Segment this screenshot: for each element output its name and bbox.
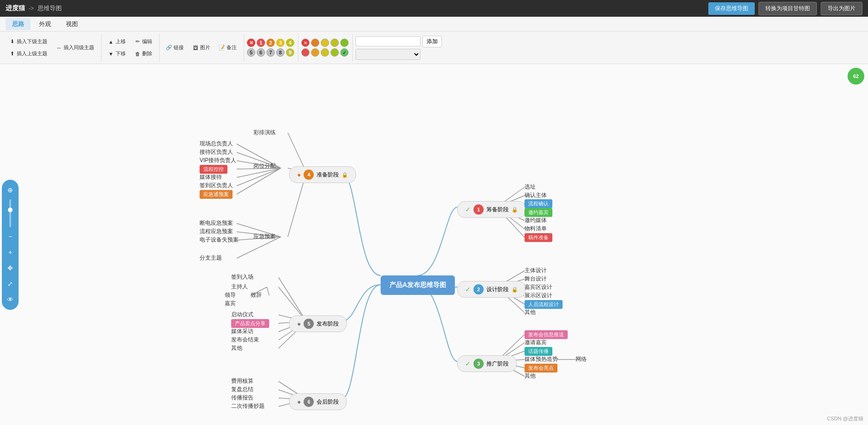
leaf-xuanzhi[interactable]: 选址 xyxy=(525,183,536,191)
leaf-duandianying[interactable]: 断电应急预案 xyxy=(200,219,233,227)
leaf-yaoymeiti[interactable]: 邀约媒体 xyxy=(525,216,547,224)
priority-1-button[interactable]: 1 xyxy=(257,39,265,47)
status-orange-button[interactable] xyxy=(311,39,319,47)
status-yellow-button[interactable] xyxy=(321,39,329,47)
move-down-button[interactable]: ▼ 下移 xyxy=(104,48,129,59)
status-lightgreen-button[interactable] xyxy=(340,39,349,47)
priority-5-button[interactable]: 5 xyxy=(247,48,255,57)
leaf-fabuhui-xinxi[interactable]: 发布会信息推送 xyxy=(525,330,568,339)
leaf-chuanbo[interactable]: 传播报告 xyxy=(231,394,253,402)
priority-9-button[interactable]: 9 xyxy=(286,48,294,57)
insert-child-button[interactable]: ⬇ 插入下级主题 xyxy=(6,36,51,47)
leaf-vipfuzeren[interactable]: VIP接待负责人 xyxy=(200,157,236,164)
leaf-yaoyjiabin[interactable]: 邀约嘉宾 xyxy=(525,208,552,217)
delete-button[interactable]: 🗑 删除 xyxy=(131,48,155,59)
eye-button[interactable]: 👁 xyxy=(4,293,17,306)
leaf-qiandao[interactable]: 签到入场 xyxy=(231,273,253,281)
move-up-button[interactable]: ▲ 上移 xyxy=(104,36,129,47)
leaf-zhanshiqusheji[interactable]: 展示区设计 xyxy=(525,292,552,300)
zoom-slider[interactable] xyxy=(9,199,11,227)
priority-2-button[interactable]: 2 xyxy=(266,39,275,47)
note-button[interactable]: 📝 备注 xyxy=(215,42,240,53)
zoom-out-button[interactable]: − xyxy=(4,230,17,243)
priority-8-button[interactable]: 8 xyxy=(276,48,285,57)
leaf-fabuhui-liangdian[interactable]: 发布会亮点 xyxy=(525,364,557,373)
mindmap-canvas[interactable]: 产品A发布思维导图 ✓ 1 筹备阶段 🔒 选址 确认主体 流程确认 邀约嘉宾 邀… xyxy=(0,64,868,425)
edit-button[interactable]: ✏ 编辑 xyxy=(131,36,155,47)
leaf-feiyong[interactable]: 费用核算 xyxy=(231,377,253,385)
leaf-caipaiyanliain[interactable]: 彩排演练 xyxy=(253,129,276,137)
status-yellow2-button[interactable] xyxy=(330,39,339,47)
leaf-querenzhuti[interactable]: 确认主体 xyxy=(525,191,547,199)
status-check-button[interactable]: ✓ xyxy=(340,48,349,57)
move-button[interactable]: ⤢ xyxy=(4,277,17,290)
priority-7-button[interactable]: 7 xyxy=(266,48,275,57)
convert-gantt-button[interactable]: 转换为项目甘特图 xyxy=(758,2,817,15)
stage-zhunbei-node[interactable]: ● 4 准备阶段 🔒 xyxy=(289,166,356,183)
export-image-button[interactable]: 导出为图片 xyxy=(821,2,862,15)
search-input[interactable] xyxy=(356,36,421,46)
leaf-yingjiyan[interactable]: 应急预案 xyxy=(253,233,276,241)
stage-fabu-node[interactable]: ● 5 发布阶段 xyxy=(289,315,347,332)
leaf-yaoqingjiabin[interactable]: 邀请嘉宾 xyxy=(525,339,547,347)
insert-parent-button[interactable]: ⬆ 插入上级主题 xyxy=(6,48,51,59)
leaf-meitiyure[interactable]: 媒体预热造势 xyxy=(525,355,558,363)
leaf-meiticai[interactable]: 媒体采访 xyxy=(231,327,253,335)
leaf-jiabinqusheji[interactable]: 嘉宾区设计 xyxy=(525,283,552,291)
leaf-wanglu[interactable]: 网络 xyxy=(576,355,587,363)
tab-shitu[interactable]: 视图 xyxy=(59,18,84,30)
priority-4-button[interactable]: 4 xyxy=(286,39,294,47)
leaf-yingjitongyan[interactable]: 应急通预案 xyxy=(200,190,233,199)
save-mindmap-button[interactable]: 保存思维导图 xyxy=(708,2,755,15)
insert-same-button[interactable]: ↔ 插入同级主题 xyxy=(52,42,97,53)
priority-6-button[interactable]: 6 xyxy=(257,48,265,57)
link-button[interactable]: 🔗 链接 xyxy=(162,42,187,53)
leaf-wutaisheji[interactable]: 舞台设计 xyxy=(525,275,547,283)
leaf-erci[interactable]: 二次传播炒题 xyxy=(231,402,265,410)
tag-dropdown[interactable] xyxy=(356,49,421,60)
leaf-dianzishebei[interactable]: 电子设备失预案 xyxy=(200,236,239,244)
stage-sheji-node[interactable]: ✓ 2 设计阶段 🔒 xyxy=(457,281,526,298)
status-red-button[interactable] xyxy=(301,48,310,57)
leaf-jiedaifuzeren[interactable]: 接待区负责人 xyxy=(200,148,233,156)
leaf-qidongym[interactable]: 启动仪式 xyxy=(231,311,253,319)
leaf-zhuchiren[interactable]: 主持人 xyxy=(231,283,248,291)
leaf-gangweifen[interactable]: 岗位分配 xyxy=(253,162,276,170)
leaf-qita2[interactable]: 其他 xyxy=(525,308,536,316)
priority-x-button[interactable]: ✕ xyxy=(247,39,255,47)
leaf-lingdao[interactable]: 领导 xyxy=(225,291,236,299)
status-amber-button[interactable] xyxy=(311,48,319,57)
leaf-meitijieda[interactable]: 媒体接待 xyxy=(200,173,222,181)
status-green2-button[interactable] xyxy=(330,48,339,57)
leaf-liuchengkongzhi[interactable]: 流程控控 xyxy=(200,165,227,174)
status-x-button[interactable]: ✕ xyxy=(301,39,310,47)
stage-tuiguang-node[interactable]: ✓ 3 推广阶段 xyxy=(457,355,517,372)
reset-button[interactable]: ✥ xyxy=(4,262,17,275)
leaf-xiancfuzeren[interactable]: 现场总负责人 xyxy=(200,140,233,148)
status-gold-button[interactable] xyxy=(321,48,329,57)
tab-silu[interactable]: 思路 xyxy=(6,18,31,30)
leaf-fenzhizhuti[interactable]: 分支主题 xyxy=(200,254,222,262)
image-button[interactable]: 🖼 图片 xyxy=(189,42,214,53)
leaf-gaojianzhunbei[interactable]: 稿件准备 xyxy=(525,233,552,242)
leaf-liuchengying[interactable]: 流程应急预案 xyxy=(200,228,233,235)
leaf-liuchengqueren[interactable]: 流程确认 xyxy=(525,199,552,208)
leaf-zhici[interactable]: 致辞 xyxy=(251,291,262,299)
leaf-zhutisheji[interactable]: 主体设计 xyxy=(525,267,547,275)
add-button[interactable]: 添加 xyxy=(422,36,442,47)
leaf-renyuanliucheng[interactable]: 人员流程设计 xyxy=(525,300,563,309)
priority-3-button[interactable]: 3 xyxy=(276,39,285,47)
zoom-fit-button[interactable]: ⊕ xyxy=(4,183,17,196)
stage-huihou-node[interactable]: ● 6 会后阶段 xyxy=(289,393,347,410)
center-node[interactable]: 产品A发布思维导图 xyxy=(381,275,455,295)
stage-chouBei-node[interactable]: ✓ 1 筹备阶段 🔒 xyxy=(457,201,526,218)
leaf-fabuhui-js[interactable]: 发布会结束 xyxy=(231,336,259,344)
leaf-chanpinmd[interactable]: 产品卖点分享 xyxy=(231,319,269,328)
tab-waiguan[interactable]: 外观 xyxy=(32,18,58,30)
leaf-qita5[interactable]: 其他 xyxy=(231,344,242,352)
leaf-wuliaolm[interactable]: 物料清单 xyxy=(525,225,547,233)
leaf-qiandhufuzeren[interactable]: 签到区负责人 xyxy=(200,182,233,190)
leaf-huatichuan[interactable]: 话题传播 xyxy=(525,347,552,356)
leaf-fupan[interactable]: 复盘总结 xyxy=(231,386,253,393)
leaf-qita3[interactable]: 其他 xyxy=(525,372,536,380)
